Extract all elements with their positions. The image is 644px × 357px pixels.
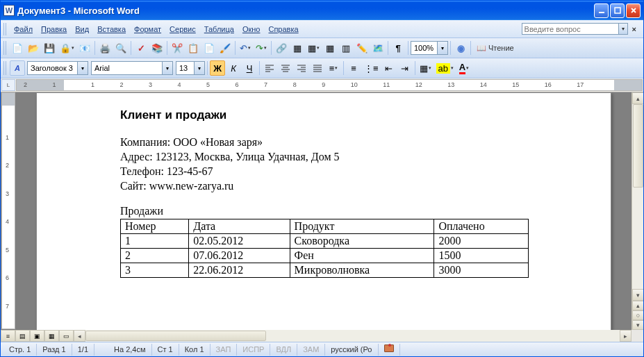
menu-help[interactable]: Справка — [264, 23, 302, 35]
status-trk[interactable]: ИСПР — [237, 344, 270, 356]
menu-view[interactable]: Вид — [71, 23, 93, 35]
scroll-thumb[interactable] — [633, 104, 643, 188]
bold-button[interactable]: Ж — [210, 60, 225, 76]
tables-borders-button[interactable]: ▦ — [290, 40, 305, 56]
menu-file[interactable]: Файл — [10, 23, 37, 35]
page[interactable]: Клиент и продажи Компания: ООО «Новая за… — [36, 92, 611, 330]
previous-page-button[interactable]: ▴ — [632, 301, 643, 310]
align-right-button[interactable] — [294, 60, 309, 76]
style-combo[interactable]: Заголовок 3 ▾ — [27, 61, 88, 75]
cut-button[interactable]: ✂️ — [170, 40, 185, 56]
next-page-button[interactable]: ▾ — [632, 320, 643, 330]
sales-table[interactable]: Номер Дата Продукт Оплачено 1 02.05.2012… — [120, 219, 529, 278]
decrease-indent-button[interactable]: ⇤ — [381, 60, 397, 76]
font-dropdown[interactable]: ▾ — [162, 62, 172, 74]
open-button[interactable]: 📂 — [26, 40, 41, 56]
paste-button[interactable]: 📄 — [201, 40, 217, 56]
align-left-button[interactable] — [262, 60, 277, 76]
menu-table[interactable]: Таблица — [200, 23, 238, 35]
zoom-combo[interactable]: 100% ▾ — [411, 41, 448, 55]
excel-button[interactable]: ▦ — [322, 40, 338, 56]
new-document-button[interactable]: 📄 — [10, 40, 25, 56]
reading-view-button[interactable]: ▭ — [59, 330, 74, 342]
menu-format[interactable]: Формат — [130, 23, 165, 35]
menubar-close-button[interactable]: × — [628, 25, 641, 33]
highlight-button[interactable]: ab▾ — [434, 60, 456, 76]
spelling-button[interactable]: ✓ — [133, 40, 149, 56]
style-dropdown[interactable]: ▾ — [77, 62, 88, 74]
maximize-button[interactable] — [610, 3, 625, 18]
undo-button[interactable]: ↶▾ — [238, 40, 253, 56]
normal-view-button[interactable]: ≡ — [1, 330, 15, 342]
horizontal-ruler[interactable]: 2 1 12 34 56 78 910 1112 1314 1516 17 — [16, 79, 643, 91]
status-ext[interactable]: ВДЛ — [270, 344, 297, 356]
document-area[interactable]: Клиент и продажи Компания: ООО «Новая за… — [16, 92, 631, 330]
bullets-button[interactable]: ⋮≡ — [362, 60, 381, 76]
table-header-row: Номер Дата Продукт Оплачено — [121, 219, 529, 234]
help-dropdown-button[interactable]: ▾ — [619, 23, 628, 35]
styles-pane-button[interactable]: A — [10, 60, 25, 76]
close-button[interactable] — [626, 3, 641, 18]
status-rec[interactable]: ЗАП — [210, 344, 238, 356]
scroll-left-button[interactable]: ◂ — [74, 330, 85, 342]
spell-status-icon[interactable] — [379, 344, 400, 356]
zoom-dropdown[interactable]: ▾ — [437, 42, 447, 54]
font-color-button[interactable]: A▾ — [456, 60, 472, 76]
redo-button[interactable]: ↷▾ — [254, 40, 269, 56]
underline-button[interactable]: Ч — [242, 60, 257, 76]
italic-button[interactable]: К — [226, 60, 241, 76]
show-marks-button[interactable]: ¶ — [390, 40, 406, 56]
columns-button[interactable]: ▥ — [338, 40, 354, 56]
browse-object-button[interactable]: ○ — [632, 310, 643, 320]
font-size-combo[interactable]: 13 ▾ — [176, 61, 205, 75]
email-button[interactable]: 📧 — [77, 40, 92, 56]
vertical-ruler[interactable]: 12 34 56 78 9 — [1, 92, 15, 329]
grip-icon[interactable] — [3, 61, 8, 75]
line-spacing-button[interactable]: ≡▾ — [326, 60, 341, 76]
print-preview-button[interactable]: 🔍 — [113, 40, 129, 56]
menu-tools[interactable]: Сервис — [165, 23, 200, 35]
menu-window[interactable]: Окно — [238, 23, 265, 35]
vertical-scrollbar[interactable]: ▴ ▾ ▴ ○ ▾ — [631, 92, 643, 330]
format-painter-button[interactable]: 🖌️ — [217, 40, 233, 56]
research-button[interactable]: 📚 — [149, 40, 165, 56]
tab-selector[interactable]: L — [1, 79, 15, 91]
scroll-right-button[interactable]: ▸ — [620, 330, 631, 342]
menu-edit[interactable]: Правка — [37, 23, 71, 35]
outline-view-button[interactable]: ▦ — [44, 330, 59, 342]
print-view-button[interactable]: ▣ — [30, 330, 44, 342]
grip-icon[interactable] — [3, 23, 8, 35]
table-row: 3 22.06.2012 Микроволновка 3000 — [121, 263, 529, 278]
hscroll-thumb[interactable] — [85, 331, 266, 341]
permissions-button[interactable]: 🔒▾ — [58, 40, 76, 56]
horizontal-scrollbar[interactable]: ◂ ▸ — [74, 330, 631, 342]
reading-layout-button[interactable]: 📖 Чтение — [473, 44, 518, 53]
save-button[interactable]: 💾 — [42, 40, 57, 56]
help-button[interactable]: ◉ — [453, 40, 468, 56]
print-button[interactable]: 🖨️ — [97, 40, 113, 56]
menu-insert[interactable]: Вставка — [93, 23, 130, 35]
copy-button[interactable]: 📋 — [185, 40, 201, 56]
zoom-value: 100% — [414, 44, 434, 52]
hyperlink-button[interactable]: 🔗 — [274, 40, 289, 56]
scroll-down-button[interactable]: ▾ — [632, 289, 643, 301]
formatting-toolbar: A Заголовок 3 ▾ Arial ▾ 13 ▾ Ж К Ч ≡▾ ≡ … — [1, 58, 643, 78]
drawing-button[interactable]: ✏️ — [354, 40, 370, 56]
insert-table-button[interactable]: ▦▾ — [306, 40, 322, 56]
minimize-button[interactable] — [594, 3, 609, 18]
help-search-input[interactable] — [522, 23, 619, 35]
status-ovr[interactable]: ЗАМ — [297, 344, 325, 356]
grip-icon[interactable] — [3, 41, 8, 55]
borders-button[interactable]: ▦▾ — [418, 60, 434, 76]
status-at: На 2,4см — [108, 344, 151, 356]
web-view-button[interactable]: ▤ — [15, 330, 30, 342]
scroll-up-button[interactable]: ▴ — [632, 92, 643, 104]
increase-indent-button[interactable]: ⇥ — [397, 60, 413, 76]
doc-map-button[interactable]: 🗺️ — [370, 40, 386, 56]
status-language[interactable]: русский (Ро — [325, 344, 378, 356]
align-justify-button[interactable] — [310, 60, 325, 76]
size-dropdown[interactable]: ▾ — [194, 62, 204, 74]
numbering-button[interactable]: ≡ — [346, 60, 361, 76]
font-combo[interactable]: Arial ▾ — [91, 61, 173, 75]
align-center-button[interactable] — [278, 60, 293, 76]
